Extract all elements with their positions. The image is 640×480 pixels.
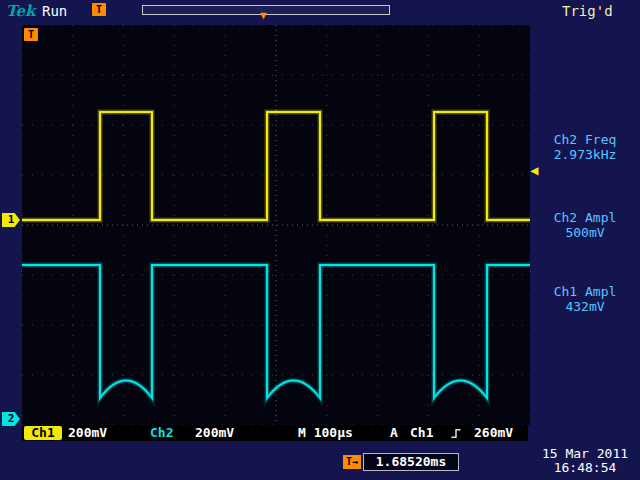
datetime-panel: 15 Mar 2011 16:48:54 bbox=[532, 447, 638, 475]
measurement-value: 2.973kHz bbox=[532, 147, 638, 162]
measurement-ch1-ampl: Ch1 Ampl 432mV bbox=[532, 284, 638, 314]
trigger-source-label: Ch1 bbox=[410, 425, 433, 441]
measurement-value: 500mV bbox=[532, 225, 638, 240]
measurement-ch2-freq: Ch2 Freq 2.973kHz bbox=[532, 132, 638, 162]
time-label: 16:48:54 bbox=[532, 461, 638, 475]
ch2-scale-value: 200mV bbox=[195, 425, 234, 441]
rising-edge-icon bbox=[450, 428, 462, 439]
trigger-flag: T bbox=[24, 28, 38, 41]
delay-marker-chip: T→ bbox=[343, 455, 361, 469]
waveform-traces bbox=[22, 25, 530, 425]
right-arrow-icon: → bbox=[352, 456, 358, 467]
measurement-label: Ch1 Ampl bbox=[532, 284, 638, 299]
date-label: 15 Mar 2011 bbox=[532, 447, 638, 461]
trigger-state-label: Trig'd bbox=[562, 3, 613, 19]
ch2-reference-marker: 2 bbox=[2, 412, 20, 426]
measurement-label: Ch2 Ampl bbox=[532, 210, 638, 225]
measurement-ch2-ampl: Ch2 Ampl 500mV bbox=[532, 210, 638, 240]
timebase-readout: M 100µs bbox=[298, 425, 353, 441]
graticule-area: T bbox=[22, 25, 530, 425]
trigger-position-icon: ▼ bbox=[260, 9, 267, 22]
ch1-reference-marker: 1 bbox=[2, 213, 20, 227]
readout-bar: Ch1 200mV Ch2 200mV M 100µs A Ch1 260mV bbox=[22, 425, 528, 441]
run-status-label: Run bbox=[42, 3, 67, 19]
tek-logo: Tek bbox=[6, 2, 35, 20]
ch2-marker-label: 2 bbox=[8, 412, 15, 425]
trigger-mode-label: A bbox=[390, 425, 398, 441]
delay-time-readout: 1.68520ms bbox=[363, 453, 459, 471]
delay-time-value: 1.68520ms bbox=[376, 454, 446, 469]
ch1-marker-label: 1 bbox=[8, 213, 15, 226]
ch1-scale-value: 200mV bbox=[68, 425, 107, 441]
oscilloscope-display: Tek Run T ▼ Trig'd T 1 2 ◀ Ch2 Freq 2.97… bbox=[0, 0, 640, 480]
trigger-level-value: 260mV bbox=[474, 425, 513, 441]
measurement-label: Ch2 Freq bbox=[532, 132, 638, 147]
measurement-value: 432mV bbox=[532, 299, 638, 314]
trigger-t-chip: T bbox=[92, 3, 106, 16]
ch2-scale-label: Ch2 bbox=[150, 425, 173, 441]
ch1-scale-chip: Ch1 bbox=[24, 426, 62, 440]
trigger-level-icon: ◀ bbox=[530, 162, 538, 178]
